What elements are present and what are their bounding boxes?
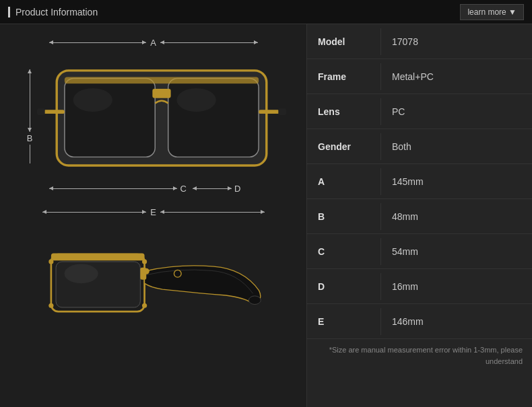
svg-rect-6 <box>259 110 279 114</box>
svg-rect-3 <box>152 89 170 98</box>
main-content: A B <box>0 24 532 407</box>
dim-cd-container: C D <box>49 184 258 194</box>
spec-row: E146mm <box>307 304 532 339</box>
spec-table: Model17078FrameMetal+PCLensPCGenderBothA… <box>307 24 532 339</box>
dim-b-line <box>30 69 30 132</box>
svg-point-21 <box>142 303 147 308</box>
spec-key: E <box>307 308 381 335</box>
svg-rect-2 <box>168 79 259 157</box>
spec-row: C54mm <box>307 234 532 269</box>
spec-row: GenderBoth <box>307 129 532 164</box>
spec-row: A145mm <box>307 164 532 199</box>
spec-row: LensPC <box>307 94 532 129</box>
dim-e-line <box>42 212 147 213</box>
spec-key: A <box>307 168 381 195</box>
right-panel: Model17078FrameMetal+PCLensPCGenderBothA… <box>306 24 532 407</box>
svg-point-17 <box>143 268 149 274</box>
spec-value: 54mm <box>381 238 429 265</box>
svg-rect-4 <box>65 77 259 84</box>
spec-value: Both <box>381 133 422 160</box>
top-view-container: A B <box>13 38 293 194</box>
spec-row: B48mm <box>307 199 532 234</box>
svg-point-19 <box>48 303 53 308</box>
dim-b-container: B <box>24 69 35 163</box>
spec-value: 145mm <box>381 168 434 195</box>
svg-rect-5 <box>44 110 65 114</box>
spec-key: C <box>307 238 381 265</box>
svg-rect-8 <box>278 108 286 115</box>
sunglass-side-image <box>39 220 268 331</box>
spec-row: FrameMetal+PC <box>307 59 532 94</box>
spec-key: Model <box>307 28 381 55</box>
dim-b-label: B <box>27 132 33 145</box>
dim-a-line <box>49 42 147 43</box>
side-view-container: E <box>13 207 293 331</box>
spec-value: 17078 <box>381 28 429 55</box>
svg-point-15 <box>248 296 261 305</box>
spec-key: D <box>307 273 381 300</box>
spec-note: *Size are manual measurement error withi… <box>307 339 532 372</box>
dim-a-line-right <box>160 42 258 43</box>
page-title: Product Information <box>8 7 98 17</box>
header: Product Information learn more ▼ <box>0 0 532 24</box>
dim-d-label: D <box>232 184 243 194</box>
svg-point-9 <box>73 88 112 112</box>
dim-c-line <box>49 188 177 189</box>
svg-rect-7 <box>37 108 45 115</box>
learn-more-button[interactable]: learn more ▼ <box>460 4 524 20</box>
spec-value: 146mm <box>381 308 434 335</box>
spec-value: 48mm <box>381 203 429 230</box>
svg-rect-1 <box>65 79 155 157</box>
spec-row: Model17078 <box>307 24 532 59</box>
spec-value: PC <box>381 98 415 125</box>
dim-e-label: E <box>146 207 160 217</box>
dim-d-line <box>193 188 232 189</box>
dim-a-label: A <box>146 38 160 48</box>
spec-key: Frame <box>307 63 381 90</box>
svg-rect-12 <box>51 253 144 260</box>
dim-c-label: C <box>177 184 190 194</box>
sunglass-top-image <box>37 49 286 184</box>
svg-point-10 <box>176 88 215 112</box>
spec-key: Gender <box>307 133 381 160</box>
spec-key: Lens <box>307 98 381 125</box>
svg-point-14 <box>64 264 98 284</box>
spec-value: Metal+PC <box>381 63 444 90</box>
left-panel: A B <box>0 24 306 407</box>
spec-value: 16mm <box>381 273 429 300</box>
svg-point-18 <box>48 259 53 264</box>
dim-e-line-right <box>160 212 265 213</box>
spec-row: D16mm <box>307 269 532 304</box>
spec-key: B <box>307 203 381 230</box>
svg-point-20 <box>142 259 147 264</box>
